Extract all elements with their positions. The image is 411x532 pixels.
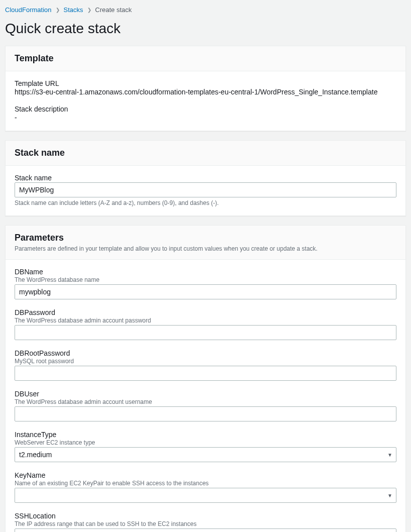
dbuser-label: DBUser: [15, 390, 396, 398]
template-panel-title: Template: [15, 53, 396, 64]
sshlocation-label: SSHLocation: [15, 512, 396, 520]
keyname-label: KeyName: [15, 471, 396, 479]
dbpassword-desc: The WordPress database admin account pas…: [15, 317, 396, 324]
stack-name-input[interactable]: [15, 182, 396, 197]
breadcrumb-stacks[interactable]: Stacks: [64, 6, 83, 14]
dbname-input[interactable]: [15, 284, 396, 299]
stack-name-panel-title: Stack name: [15, 148, 396, 158]
dbname-label: DBName: [15, 268, 396, 276]
dbrootpassword-desc: MySQL root password: [15, 358, 396, 365]
instancetype-desc: WebServer EC2 instance type: [15, 439, 396, 446]
template-url-value: https://s3-eu-central-1.amazonaws.com/cl…: [15, 88, 396, 96]
instancetype-select-value: t2.medium: [19, 451, 52, 459]
keyname-desc: Name of an existing EC2 KeyPair to enabl…: [15, 480, 396, 487]
sshlocation-desc: The IP address range that can be used to…: [15, 520, 396, 527]
dbrootpassword-input[interactable]: [15, 366, 396, 381]
breadcrumb-current: Create stack: [95, 6, 132, 14]
stack-name-label: Stack name: [15, 174, 396, 182]
template-panel: Template Template URL https://s3-eu-cent…: [5, 46, 406, 131]
breadcrumb: CloudFormation ❯ Stacks ❯ Create stack: [5, 5, 406, 19]
dbuser-input[interactable]: [15, 406, 396, 421]
stack-name-hint: Stack name can include letters (A-Z and …: [15, 199, 396, 206]
page-title: Quick create stack: [5, 21, 406, 37]
dbname-desc: The WordPress database name: [15, 276, 396, 283]
parameters-panel-desc: Parameters are defined in your template …: [15, 245, 396, 252]
parameters-panel: Parameters Parameters are defined in you…: [5, 225, 406, 532]
stack-name-panel: Stack name Stack name Stack name can inc…: [5, 140, 406, 216]
breadcrumb-cloudformation[interactable]: CloudFormation: [5, 6, 52, 14]
keyname-select[interactable]: [15, 488, 396, 503]
chevron-right-icon: ❯: [56, 7, 60, 13]
sshlocation-input[interactable]: [15, 528, 396, 532]
parameters-panel-title: Parameters: [15, 233, 396, 243]
dbrootpassword-label: DBRootPassword: [15, 349, 396, 357]
dbpassword-label: DBPassword: [15, 308, 396, 316]
instancetype-label: InstanceType: [15, 431, 396, 439]
template-url-label: Template URL: [15, 79, 396, 87]
dbpassword-input[interactable]: [15, 325, 396, 340]
stack-description-value: -: [15, 114, 396, 122]
instancetype-select[interactable]: t2.medium: [15, 447, 396, 462]
dbuser-desc: The WordPress database admin account use…: [15, 398, 396, 405]
stack-description-label: Stack description: [15, 105, 396, 113]
chevron-right-icon: ❯: [87, 7, 91, 13]
